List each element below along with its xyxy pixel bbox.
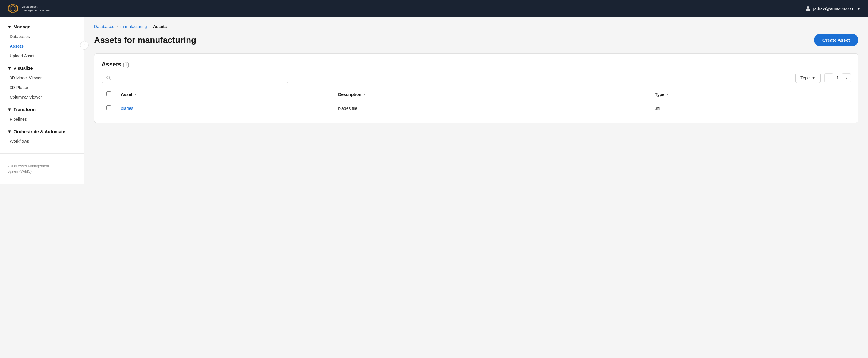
row-description: blades file [333, 101, 650, 116]
breadcrumb: Databases › manufacturing › Assets [94, 24, 858, 29]
logo-text: visual asset management system [22, 4, 50, 12]
user-email: jadravi@amazon.com [813, 6, 855, 11]
layout: ▼ Manage Databases Assets Upload Asset ▼… [0, 17, 868, 358]
sidebar-item-workflows[interactable]: Workflows [0, 136, 84, 146]
user-icon [805, 5, 811, 11]
visualize-chevron-icon: ▼ [7, 65, 12, 71]
sidebar-section-visualize: ▼ Visualize 3D Model Viewer 3D Plotter C… [0, 63, 84, 102]
logo-icon [7, 3, 19, 14]
sidebar-divider [0, 153, 84, 154]
assets-panel-title: Assets (1) [101, 61, 129, 68]
pagination-next-icon: › [846, 76, 847, 80]
breadcrumb-assets: Assets [153, 24, 167, 29]
orchestrate-chevron-icon: ▼ [7, 129, 12, 134]
row-type: .stl [650, 101, 851, 116]
pagination-prev-icon: ‹ [828, 76, 830, 80]
sidebar: ▼ Manage Databases Assets Upload Asset ▼… [0, 17, 84, 184]
sidebar-item-databases[interactable]: Databases [0, 32, 84, 42]
asset-link[interactable]: blades [121, 106, 133, 111]
sidebar-footer-line1: Visual Asset Management [7, 163, 77, 169]
svg-marker-1 [10, 6, 16, 11]
user-dropdown-icon: ▼ [857, 6, 861, 11]
asset-sort-icon: ▼ [134, 93, 137, 96]
table-header-checkbox[interactable] [106, 91, 111, 96]
collapse-icon: ‹ [84, 43, 85, 47]
pagination: ‹ 1 › [824, 73, 851, 82]
svg-line-10 [110, 79, 111, 80]
topnav: visual asset management system jadravi@a… [0, 0, 868, 17]
sidebar-section-transform-title: ▼ Transform [7, 107, 36, 112]
pagination-prev-button[interactable]: ‹ [824, 73, 833, 82]
assets-toolbar: Type ▼ ‹ 1 › [101, 73, 851, 83]
breadcrumb-manufacturing[interactable]: manufacturing [120, 24, 147, 29]
page-title: Assets for manufacturing [94, 35, 196, 45]
sidebar-section-transform-header[interactable]: ▼ Transform [0, 105, 84, 114]
logo: visual asset management system [7, 3, 50, 14]
sidebar-section-manage-header[interactable]: ▼ Manage [0, 22, 84, 32]
main-content: Databases › manufacturing › Assets Asset… [84, 17, 868, 358]
assets-table: Asset ▼ Description ▼ Ty [101, 88, 851, 115]
search-input[interactable] [113, 76, 284, 80]
sidebar-section-manage-title: ▼ Manage [7, 24, 30, 29]
table-header-asset[interactable]: Asset ▼ [116, 88, 333, 101]
sidebar-section-orchestrate-title: ▼ Orchestrate & Automate [7, 129, 65, 134]
type-filter-label: Type [801, 76, 809, 80]
sidebar-item-3d-model-viewer[interactable]: 3D Model Viewer [0, 73, 84, 83]
breadcrumb-databases[interactable]: Databases [94, 24, 114, 29]
type-sort-icon: ▼ [666, 93, 669, 96]
pagination-current-page: 1 [835, 76, 840, 80]
sidebar-section-visualize-header[interactable]: ▼ Visualize [0, 63, 84, 73]
table-row: blades blades file .stl [101, 101, 851, 116]
breadcrumb-sep-1: › [117, 24, 118, 29]
user-menu[interactable]: jadravi@amazon.com ▼ [805, 5, 861, 11]
search-icon [106, 76, 111, 80]
assets-panel-header: Assets (1) [101, 61, 851, 68]
sidebar-item-3d-plotter[interactable]: 3D Plotter [0, 83, 84, 92]
assets-title-text: Assets [101, 61, 121, 67]
row-checkbox-cell [101, 101, 116, 116]
sidebar-collapse-button[interactable]: ‹ [80, 41, 89, 50]
table-header-type[interactable]: Type ▼ [650, 88, 851, 101]
sidebar-wrapper: ▼ Manage Databases Assets Upload Asset ▼… [0, 17, 84, 358]
row-asset-name: blades [116, 101, 333, 116]
row-checkbox[interactable] [106, 105, 111, 110]
sidebar-item-upload-asset[interactable]: Upload Asset [0, 51, 84, 61]
sidebar-footer: Visual Asset Management System(VAMS) [0, 159, 84, 179]
sidebar-item-columnar-viewer[interactable]: Columnar Viewer [0, 92, 84, 102]
sidebar-section-manage: ▼ Manage Databases Assets Upload Asset [0, 22, 84, 61]
manage-chevron-icon: ▼ [7, 24, 12, 29]
create-asset-button[interactable]: Create Asset [814, 34, 858, 46]
sidebar-footer-line2: System(VAMS) [7, 169, 77, 174]
filter-pagination: Type ▼ ‹ 1 › [795, 73, 851, 83]
pagination-next-button[interactable]: › [842, 73, 851, 82]
table-header-checkbox-cell [101, 88, 116, 101]
table-header-description[interactable]: Description ▼ [333, 88, 650, 101]
svg-point-8 [807, 6, 809, 9]
sidebar-item-assets[interactable]: Assets [0, 42, 84, 51]
breadcrumb-sep-2: › [150, 24, 151, 29]
transform-chevron-icon: ▼ [7, 107, 12, 112]
assets-count: (1) [123, 61, 129, 67]
page-header: Assets for manufacturing Create Asset [94, 34, 858, 46]
type-filter-dropdown-icon: ▼ [811, 76, 815, 80]
logo-line2: management system [22, 8, 50, 12]
sidebar-section-visualize-title: ▼ Visualize [7, 65, 33, 71]
sidebar-item-pipelines[interactable]: Pipelines [0, 114, 84, 124]
sidebar-section-orchestrate-header[interactable]: ▼ Orchestrate & Automate [0, 127, 84, 136]
search-box[interactable] [101, 73, 288, 83]
description-sort-icon: ▼ [363, 93, 366, 96]
type-filter-button[interactable]: Type ▼ [795, 73, 821, 83]
table-header-row: Asset ▼ Description ▼ Ty [101, 88, 851, 101]
sidebar-section-orchestrate: ▼ Orchestrate & Automate Workflows [0, 127, 84, 146]
sidebar-section-transform: ▼ Transform Pipelines [0, 105, 84, 124]
assets-panel: Assets (1) Type ▼ [94, 53, 858, 123]
logo-line1: visual asset [22, 4, 50, 8]
